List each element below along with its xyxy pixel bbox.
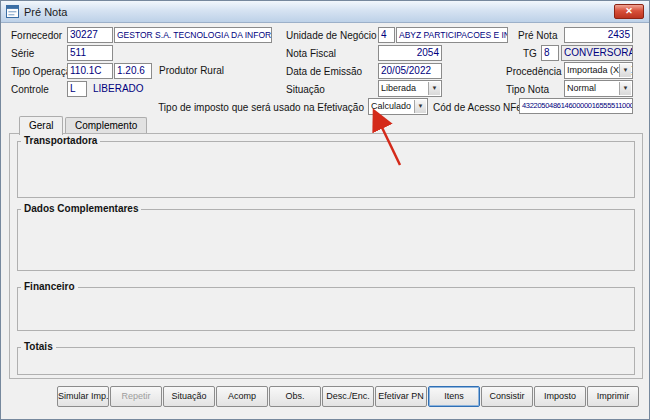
- consistir-button[interactable]: Consistir: [481, 386, 533, 407]
- form-icon: [6, 5, 19, 18]
- fornecedor-code-field[interactable]: 30227: [67, 27, 113, 43]
- unidade-negocio-code-field[interactable]: 4: [378, 27, 395, 43]
- unidade-negocio-label: Unidade de Negócio: [286, 29, 377, 42]
- desc-enc-button[interactable]: Desc./Enc.: [322, 386, 374, 407]
- serie-field[interactable]: 511: [67, 45, 113, 61]
- tipo-nota-combo-value: Normal: [567, 83, 596, 93]
- fornecedor-label: Fornecedor: [11, 29, 62, 42]
- simular-imp-button[interactable]: Simular Imp.: [57, 386, 109, 407]
- transportadora-group: [17, 141, 635, 198]
- fornecedor-name-field[interactable]: GESTOR S.A. TECNOLOGIA DA INFORMACAO: [114, 27, 272, 43]
- chevron-down-icon: ▼: [414, 100, 426, 113]
- tipo-imposto-combo-value: Calculado: [371, 101, 411, 111]
- tg-label: TG: [523, 47, 537, 60]
- imprimir-button[interactable]: Imprimir: [587, 386, 639, 407]
- situacao-combo[interactable]: Liberada ▼: [378, 80, 442, 97]
- tipo-nota-label: Tipo Nota: [506, 83, 549, 96]
- window-title: Pré Nota: [24, 6, 67, 18]
- controle-label: Controle: [11, 83, 49, 96]
- financeiro-group-title: Financeiro: [21, 281, 78, 292]
- repetir-button: Repetir: [110, 386, 162, 407]
- cod-acesso-field[interactable]: 4322050486146000001655551100000205411210…: [519, 98, 633, 114]
- controle-desc: LIBERADO: [93, 83, 144, 94]
- pre-nota-field[interactable]: 2435: [564, 27, 633, 43]
- tipo-operacao-code1-field[interactable]: 110.1C: [67, 63, 113, 79]
- itens-button[interactable]: Itens: [428, 386, 480, 407]
- imposto-button[interactable]: Imposto: [534, 386, 586, 407]
- situacao-combo-value: Liberada: [381, 83, 416, 93]
- financeiro-group: [17, 287, 635, 331]
- tab-geral[interactable]: Geral: [19, 116, 63, 135]
- tipo-operacao-code2-field[interactable]: 1.20.6: [114, 63, 152, 79]
- data-emissao-label: Data de Emissão: [286, 65, 362, 78]
- tg-name-field: CONVERSORA: [561, 45, 633, 61]
- acomp-button[interactable]: Acomp: [216, 386, 268, 407]
- title-bar: Pré Nota ✕: [1, 1, 649, 23]
- procedencia-label: Procedência: [506, 65, 562, 78]
- tipo-operacao-desc: Produtor Rural: [159, 65, 224, 76]
- data-emissao-field[interactable]: 20/05/2022: [378, 63, 442, 79]
- chevron-down-icon: ▼: [619, 82, 631, 95]
- pre-nota-window: Pré Nota ✕ Fornecedor 30227 GESTOR S.A. …: [0, 0, 650, 420]
- chevron-down-icon: ▼: [428, 82, 440, 95]
- transportadora-group-title: Transportadora: [21, 135, 100, 146]
- dados-complementares-group: [17, 209, 635, 271]
- obs-button[interactable]: Obs.: [269, 386, 321, 407]
- tipo-imposto-combo[interactable]: Calculado ▼: [368, 98, 428, 115]
- tab-complemento[interactable]: Complemento: [65, 117, 147, 134]
- close-button[interactable]: ✕: [614, 4, 644, 19]
- controle-code-field[interactable]: L: [67, 81, 87, 97]
- nota-fiscal-field[interactable]: 2054: [378, 45, 442, 61]
- tipo-nota-combo[interactable]: Normal ▼: [564, 80, 633, 97]
- unidade-negocio-name-field[interactable]: ABYZ PARTICIPACOES E INVESTIMENTOS L: [396, 27, 508, 43]
- cod-acesso-label: Cód de Acesso NFe: [433, 101, 522, 114]
- totais-group-title: Totais: [21, 341, 56, 352]
- chevron-down-icon: ▼: [619, 64, 631, 77]
- nota-fiscal-label: Nota Fiscal: [286, 47, 336, 60]
- situacao-label: Situação: [286, 83, 325, 96]
- tipo-imposto-label: Tipo de imposto que será usado na Efetiv…: [121, 101, 364, 114]
- serie-label: Série: [11, 47, 34, 60]
- tg-code-field[interactable]: 8: [541, 45, 559, 61]
- procedencia-combo[interactable]: Importada (XML) ▼: [564, 62, 633, 79]
- dados-complementares-group-title: Dados Complementares: [21, 203, 141, 214]
- situacao-button[interactable]: Situação: [163, 386, 215, 407]
- efetivar-pn-button[interactable]: Efetivar PN: [375, 386, 427, 407]
- button-bar: Simular Imp. Repetir Situação Acomp Obs.…: [57, 386, 639, 407]
- totais-group: [17, 347, 635, 375]
- pre-nota-label: Pré Nota: [518, 29, 557, 42]
